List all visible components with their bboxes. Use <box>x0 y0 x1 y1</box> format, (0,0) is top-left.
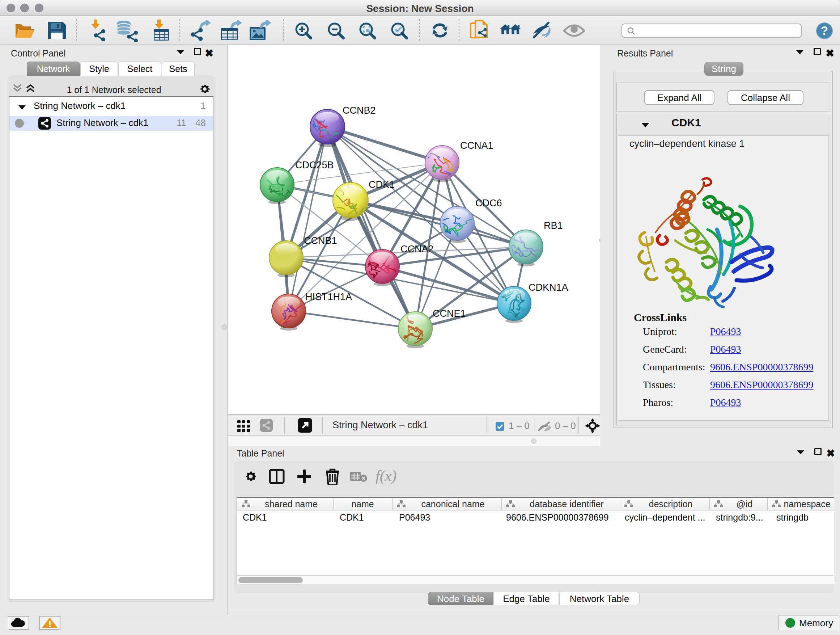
svg-text:CCNB2: CCNB2 <box>343 105 376 116</box>
svg-text:CCNA2: CCNA2 <box>401 244 434 255</box>
svg-text:CDC25B: CDC25B <box>295 160 334 171</box>
svg-text:CDK1: CDK1 <box>369 179 395 190</box>
svg-text:RB1: RB1 <box>544 220 563 231</box>
svg-text:CCNB1: CCNB1 <box>304 235 337 246</box>
svg-text:HIST1H1A: HIST1H1A <box>305 291 352 302</box>
svg-text:CCNA1: CCNA1 <box>460 140 493 151</box>
svg-text:CDKN1A: CDKN1A <box>529 282 568 293</box>
svg-text:CCNE1: CCNE1 <box>433 308 466 319</box>
svg-text:CDC6: CDC6 <box>475 198 502 209</box>
